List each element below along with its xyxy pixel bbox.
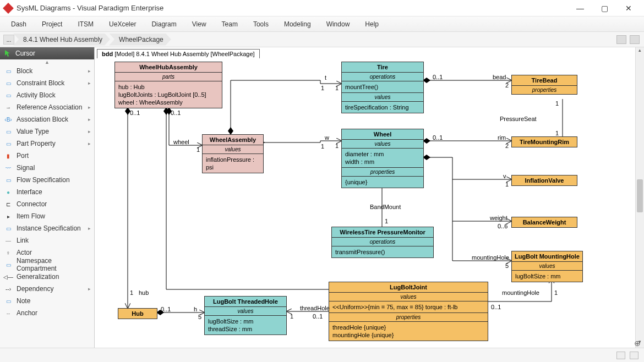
statusbar: [0, 348, 644, 362]
tool-generalization[interactable]: ◁—Generalization: [0, 271, 94, 283]
menu-view[interactable]: View: [192, 20, 206, 28]
tool-icon: 〰: [3, 163, 13, 172]
label-mult: 0..1: [130, 109, 140, 116]
breadcrumb-item-2[interactable]: WheelPackage: [109, 34, 171, 46]
tool-value-type[interactable]: ▭Value Type▸: [0, 125, 94, 138]
tool-label: Generalization: [17, 273, 59, 281]
label-mult: 0..1: [433, 74, 443, 80]
titlebar: SysML Diagrams - Visual Paradigm Enterpr…: [0, 0, 644, 17]
tool-association-block[interactable]: ‹B›Association Block▸: [0, 113, 94, 125]
block-balanceweight[interactable]: BalanceWeight: [511, 217, 577, 228]
vertical-scrollbar[interactable]: ▴ ▾: [635, 47, 644, 348]
menu-help[interactable]: Help: [365, 20, 379, 28]
label-mult: 0..1: [433, 134, 443, 141]
chevron-icon: ▸: [88, 105, 91, 110]
tool-part-property[interactable]: ▭Part Property▸: [0, 138, 94, 150]
tool-activity-block[interactable]: ▭Activity Block: [0, 89, 94, 101]
tool-interface[interactable]: ●Interface: [0, 186, 94, 198]
label-n1: 1: [555, 100, 559, 107]
tool-icon: →: [3, 103, 13, 112]
status-note-icon[interactable]: [630, 352, 638, 359]
menu-diagram[interactable]: Diagram: [151, 20, 176, 28]
resize-handle-icon[interactable]: ⊕: [634, 339, 643, 348]
menu-itsm[interactable]: ITSM: [78, 20, 94, 28]
maximize-button[interactable]: ▢: [598, 4, 611, 13]
label-n1: 1: [505, 181, 509, 188]
label-rim: rim: [498, 134, 506, 141]
block-wheel[interactable]: Wheel values diameter : mm width : mm pr…: [341, 129, 424, 188]
block-tirebead[interactable]: TireBead properties: [511, 75, 577, 95]
label-mountinghole: mountingHole: [472, 254, 509, 261]
menu-dash[interactable]: Dash: [11, 20, 26, 28]
label-mult: 0..1: [161, 306, 171, 312]
tool-icon: ▭: [3, 127, 13, 136]
status-mail-icon[interactable]: [616, 352, 625, 359]
breadcrumb-item-1[interactable]: 8.4.1 Wheel Hub Assembly: [13, 34, 110, 46]
tool-instance-specification[interactable]: ▭Instance Specification▸: [0, 222, 94, 234]
tool-icon: —: [3, 236, 13, 245]
block-inflationvalve[interactable]: InflationValve: [511, 175, 577, 186]
tool-link[interactable]: —Link: [0, 234, 94, 246]
scroll-up-icon[interactable]: ▴: [636, 47, 644, 56]
tool-flow-specification[interactable]: ▭Flow Specification: [0, 174, 94, 186]
tool-label: Connector: [17, 200, 47, 208]
label-mult: 0..1: [171, 109, 181, 116]
block-tiremountingrim[interactable]: TireMountingRim: [511, 136, 577, 147]
tool-connector[interactable]: ⊏Connector: [0, 198, 94, 210]
label-n1: 1: [130, 289, 133, 296]
label-n1: 1: [555, 130, 559, 136]
tool-cursor[interactable]: Cursor: [0, 47, 94, 59]
label-h: h: [194, 306, 197, 312]
tool-label: Instance Specification: [17, 224, 81, 232]
tool-dependency[interactable]: --›Dependency▸: [0, 283, 94, 295]
label-mountinghole: mountingHole: [502, 289, 539, 296]
tool-label: Signal: [17, 164, 35, 172]
close-button[interactable]: ✕: [622, 4, 635, 13]
block-lugboltmountinghole[interactable]: LugBolt MountingHole values lugBoltSize …: [511, 251, 583, 282]
block-tire[interactable]: Tire operations mountTree() values tireS…: [341, 62, 424, 113]
tool-icon: ▭: [3, 297, 13, 305]
block-wtpm[interactable]: WirelessTire PressureMonitor operations …: [331, 227, 434, 258]
label-n1: 1: [335, 142, 339, 149]
tool-label: Actor: [17, 249, 32, 256]
block-wheelhubassembly[interactable]: WheelHubAssembly parts hub : Hub lugBolt…: [114, 62, 222, 108]
tool-note[interactable]: ▭Note: [0, 295, 94, 307]
label-n1: 1: [321, 85, 324, 91]
toolbar-icon-1[interactable]: [616, 35, 626, 44]
label-n1: 1: [385, 218, 388, 224]
tool-signal[interactable]: 〰Signal: [0, 162, 94, 174]
tool-port[interactable]: ▮Port: [0, 150, 94, 162]
tool-reference-association[interactable]: →Reference Association▸: [0, 101, 94, 113]
tool-icon: ▭: [3, 175, 13, 184]
tool-icon: ▸: [3, 212, 13, 221]
diagram-canvas[interactable]: bdd [Model] 8.4.1 Wheel Hub Assembly [Wh…: [95, 47, 644, 348]
label-n2: 2: [505, 82, 509, 89]
tool-item-flow[interactable]: ▸Item Flow: [0, 210, 94, 222]
label-n5: 5: [198, 314, 201, 320]
toolbox-collapse[interactable]: ▲: [0, 59, 94, 65]
tool-block[interactable]: ▭Block▸: [0, 65, 94, 77]
minimize-button[interactable]: —: [574, 4, 587, 13]
tool-label: Note: [17, 297, 30, 305]
chevron-icon: ▸: [88, 286, 91, 292]
label-bead: bead: [493, 74, 506, 80]
tool-label: Reference Association: [17, 103, 82, 111]
tool-anchor[interactable]: --Anchor: [0, 307, 94, 319]
menu-uexceler[interactable]: UeXceler: [109, 20, 136, 28]
block-hub[interactable]: Hub: [118, 308, 157, 319]
block-lugboltjoint[interactable]: LugBoltJoint values <<Uniform>>{min = 75…: [329, 282, 488, 341]
tool-constraint-block[interactable]: ▭Constraint Block▸: [0, 77, 94, 89]
scroll-thumb[interactable]: [637, 179, 643, 212]
block-lugboltthreadedhole[interactable]: LugBolt ThreadedHole values lugBoltSize …: [204, 296, 287, 335]
tool-namespace-compartment[interactable]: ▭Namespace Compartment: [0, 259, 94, 271]
breadcrumb-home[interactable]: ...: [3, 35, 14, 45]
tool-label: Part Property: [17, 140, 56, 147]
menu-modeling[interactable]: Modeling: [284, 20, 311, 28]
toolbar-icon-2[interactable]: [630, 35, 640, 44]
block-wheelassembly[interactable]: WheelAssembly values inflationPressure :…: [202, 134, 264, 173]
menu-tools[interactable]: Tools: [253, 20, 269, 28]
tool-icon: ▭: [3, 79, 13, 87]
menu-window[interactable]: Window: [326, 20, 350, 28]
menu-project[interactable]: Project: [42, 20, 62, 28]
menu-team[interactable]: Team: [222, 20, 238, 28]
